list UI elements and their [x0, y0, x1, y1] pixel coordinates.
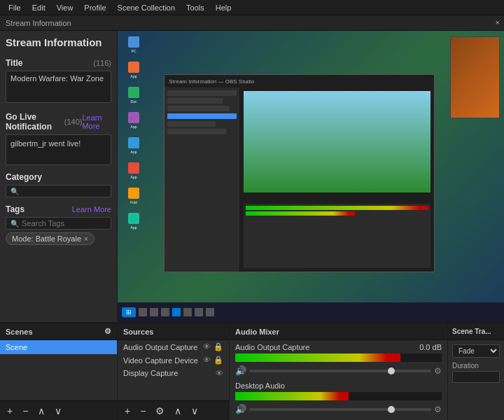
desktop-icon-8: App [125, 213, 142, 230]
audio-tracks: Audio Output Capture 0.0 dB 🔊 ⚙ Deskto [230, 340, 447, 420]
desktop-icon-3: Doc [125, 87, 142, 104]
titlebar: Stream Information × [0, 15, 504, 31]
sources-gear-button[interactable]: ⚙ [153, 404, 167, 418]
scenes-footer: + − ∧ ∨ [0, 400, 117, 420]
menu-edit[interactable]: Edit [27, 2, 51, 13]
volume-slider-desktop[interactable] [249, 408, 431, 411]
transition-type-row: Fade [452, 344, 500, 358]
scenes-add-button[interactable]: + [4, 404, 15, 418]
volume-slider-thumb-desktop [388, 406, 395, 413]
desktop-icon-4: App [125, 112, 142, 129]
audio-track-output-db: 0.0 dB [419, 343, 442, 351]
transitions-title: Scene Tra... [452, 328, 491, 335]
gear-icon-desktop[interactable]: ⚙ [434, 405, 442, 414]
audio-mixer-panel: Audio Mixer Audio Output Capture 0.0 dB … [230, 323, 448, 420]
tags-field: Tags Learn More 🔍 Mode: Battle Royale × [6, 204, 111, 245]
category-search-icon: 🔍 [10, 188, 19, 195]
source-video-label: Video Capture Device [123, 356, 198, 365]
category-label: Category [6, 172, 42, 182]
duration-row: Duration 300 [452, 362, 500, 383]
scenes-title: Scenes [6, 328, 33, 336]
titlebar-text: Stream Information [6, 19, 71, 27]
sources-title: Sources [123, 328, 153, 336]
inner-mixer [244, 204, 430, 268]
mute-icon-desktop[interactable]: 🔊 [235, 404, 246, 414]
scenes-remove-button[interactable]: − [20, 404, 31, 418]
menu-profile[interactable]: Profile [78, 2, 111, 13]
menu-tools[interactable]: Tools [181, 2, 210, 13]
sources-footer: + − ⚙ ∧ ∨ [118, 400, 229, 420]
source-eye-icon-display[interactable]: 👁 [216, 369, 223, 377]
inner-sidebar [164, 88, 240, 272]
title-field: Title (116) Modern Warfare: War Zone [6, 58, 111, 105]
notification-label: Go Live Notification [6, 112, 64, 132]
desktop-icon-7: Fold [125, 188, 142, 204]
audio-bar-desktop-fill [235, 392, 349, 400]
title-input[interactable]: Modern Warfare: War Zone [6, 71, 111, 103]
tag-remove-icon[interactable]: × [84, 235, 88, 243]
inner-window-bar: Stream Information — OBS Studio [164, 75, 433, 88]
volume-slider-output[interactable] [249, 370, 431, 372]
transitions-header: Scene Tra... [448, 323, 504, 340]
scene-item-scene[interactable]: Scene [0, 340, 117, 354]
scenes-up-button[interactable]: ∧ [35, 404, 48, 418]
start-button: ⊞ [122, 307, 136, 317]
menu-file[interactable]: File [3, 2, 27, 13]
scenes-config-icon[interactable]: ⚙ [104, 327, 111, 336]
preview-taskbar: ⊞ [118, 302, 504, 322]
bottom-panels: Scenes ⚙ Scene + − ∧ ∨ Sources Audio Out… [0, 322, 504, 420]
audio-bar-output-fill [235, 354, 400, 362]
duration-input[interactable]: 300 [452, 371, 500, 383]
inner-preview [244, 91, 430, 192]
menu-view[interactable]: View [51, 2, 79, 13]
inner-obs-window: Stream Information — OBS Studio [164, 74, 434, 272]
search-tags-input[interactable] [22, 219, 106, 227]
mute-icon-output[interactable]: 🔊 [235, 365, 246, 376]
audio-bar-output [235, 354, 442, 362]
notification-field: Go Live Notification (140) Learn More gi… [6, 112, 111, 165]
source-eye-icon-audio[interactable]: 👁 [203, 342, 211, 351]
source-audio-label: Audio Output Capture [123, 343, 197, 351]
audio-track-output-label: Audio Output Capture [235, 343, 309, 351]
source-item-video: Video Capture Device 👁 🔒 [118, 354, 229, 367]
sources-add-button[interactable]: + [122, 404, 133, 418]
notification-count: (140) [64, 118, 83, 126]
webcam-overlay [450, 36, 500, 118]
main-area: Stream Information Title (116) Modern Wa… [0, 31, 504, 322]
sources-down-button[interactable]: ∨ [188, 404, 201, 418]
sources-remove-button[interactable]: − [137, 404, 148, 418]
sources-up-button[interactable]: ∧ [172, 404, 184, 418]
audio-track-desktop: Desktop Audio 🔊 ⚙ [230, 379, 447, 417]
audio-controls-desktop: 🔊 ⚙ [235, 404, 442, 414]
transition-type-select[interactable]: Fade [452, 344, 500, 358]
volume-slider-thumb-output [388, 368, 395, 374]
source-lock-icon-video[interactable]: 🔒 [214, 356, 223, 365]
tag-pill-text: Mode: Battle Royale [12, 234, 81, 243]
menu-scene-collection[interactable]: Scene Collection [112, 2, 181, 13]
source-item-audio: Audio Output Capture 👁 🔒 [118, 340, 229, 354]
duration-label: Duration [452, 362, 500, 370]
audio-mixer-title: Audio Mixer [235, 328, 279, 336]
transitions-content: Fade Duration 300 [448, 340, 504, 387]
learn-more-link[interactable]: Learn More [82, 113, 111, 130]
close-icon[interactable]: × [496, 18, 500, 27]
notification-text: gilbertm_jr went live! [10, 139, 80, 148]
scenes-down-button[interactable]: ∨ [52, 404, 64, 418]
tags-search-icon: 🔍 [10, 220, 19, 227]
source-eye-icon-video[interactable]: 👁 [203, 356, 211, 365]
menu-help[interactable]: Help [210, 2, 237, 13]
audio-mixer-header: Audio Mixer [230, 323, 447, 340]
menubar: File Edit View Profile Scene Collection … [0, 0, 504, 15]
tag-pill: Mode: Battle Royale × [6, 232, 94, 245]
title-label: Title [6, 58, 22, 68]
gear-icon-output[interactable]: ⚙ [434, 366, 442, 376]
title-count: (116) [93, 59, 111, 67]
tags-learn-more-link[interactable]: Learn More [72, 205, 111, 214]
scenes-panel: Scenes ⚙ Scene + − ∧ ∨ [0, 323, 118, 420]
category-input[interactable]: Call of Duty: Moder [22, 187, 106, 195]
tags-label: Tags [6, 204, 24, 214]
inner-main-area [240, 88, 434, 272]
source-lock-icon-audio[interactable]: 🔒 [214, 342, 223, 351]
preview-screen: PC App Doc App App [118, 31, 504, 322]
source-item-display: Display Capture 👁 [118, 367, 229, 379]
